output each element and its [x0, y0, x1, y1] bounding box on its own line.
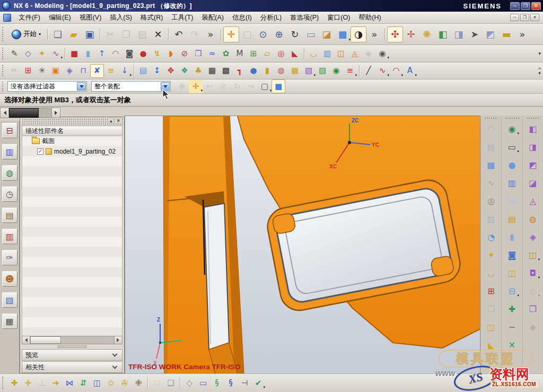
- panel-collapse-button[interactable]: ▴: [109, 119, 113, 123]
- image-tool-button[interactable]: ▧▾: [302, 64, 316, 78]
- report-button[interactable]: ≡▾: [343, 64, 357, 78]
- open-button[interactable]: ▰: [66, 26, 82, 42]
- toolbar-grip[interactable]: [2, 377, 4, 389]
- check-mate-button[interactable]: ✔▾: [251, 376, 265, 390]
- block-pair-button[interactable]: ◫: [505, 266, 519, 280]
- product-outline-button[interactable]: ▭: [196, 376, 210, 390]
- sphere-button[interactable]: ●: [505, 158, 519, 172]
- marquee-select-button[interactable]: ▢▾: [258, 79, 272, 93]
- grid-yellow-button[interactable]: ▦: [288, 64, 302, 78]
- toolbar-grip[interactable]: [2, 27, 4, 41]
- group-face-button[interactable]: ◆: [526, 320, 540, 334]
- steps-button[interactable]: ▤: [505, 212, 519, 226]
- delete-button[interactable]: ✕: [150, 26, 166, 42]
- trimmed-sheet-button[interactable]: ◫: [484, 320, 498, 334]
- view-overflow-button[interactable]: »: [366, 26, 382, 42]
- curve-button[interactable]: ∿▾: [49, 47, 63, 60]
- menu-item-9[interactable]: 首选项(P): [286, 12, 323, 23]
- text-tool-button[interactable]: A▾: [403, 64, 417, 78]
- section-bar-preview[interactable]: 预览: [22, 349, 122, 361]
- chain-components-button[interactable]: ❑: [164, 376, 178, 390]
- shell-face-button[interactable]: ❒: [526, 302, 540, 316]
- scenes-tab[interactable]: ▧: [2, 292, 17, 308]
- profile-button[interactable]: ⊓: [76, 64, 90, 78]
- doc-close-button[interactable]: ✕: [530, 14, 539, 21]
- start-button[interactable]: 开始 ▾: [7, 28, 45, 41]
- row3-more-arrow[interactable]: ▾: [538, 71, 541, 76]
- bounded-plane-button[interactable]: ▱: [260, 47, 274, 60]
- assembly-overflow-button[interactable]: »: [514, 26, 530, 42]
- shape-sketch-button[interactable]: ◉▾: [505, 122, 519, 136]
- toolbar-grip[interactable]: [2, 48, 4, 59]
- close-button[interactable]: ✕: [531, 2, 541, 10]
- model-view[interactable]: ZC YC XC Z X TFR-ISO WORK Camera TFR-ISO: [125, 116, 480, 374]
- chevron-down-icon[interactable]: [112, 352, 118, 357]
- constraint-navigator-tab[interactable]: ▥: [2, 144, 17, 159]
- visualization-tools-tab[interactable]: ✑: [2, 250, 17, 265]
- tree-row[interactable]: ✓model1_9_parting_02: [22, 146, 122, 156]
- wcs-dynamics-button[interactable]: ✣: [387, 26, 403, 42]
- pan-view-button[interactable]: ▭: [303, 26, 319, 42]
- arrangements-button[interactable]: ⇵: [76, 376, 90, 390]
- text-tool-dropdown-arrow[interactable]: ▾: [415, 73, 417, 77]
- mold-tool-button[interactable]: ◍: [274, 64, 288, 78]
- add-component-button[interactable]: ✚: [7, 376, 21, 390]
- studio-surface-button[interactable]: ∿: [484, 176, 498, 190]
- assembly-navigator-tab[interactable]: ⊟: [2, 123, 17, 138]
- resize-blend-button[interactable]: ◍: [526, 212, 540, 226]
- hscroll-track[interactable]: [61, 336, 114, 344]
- panel-splitter[interactable]: [20, 344, 124, 349]
- checker-button[interactable]: ▩: [219, 64, 233, 78]
- angular-dimension-button[interactable]: ◇▾: [526, 284, 540, 298]
- menu-item-11[interactable]: 帮助(H): [354, 12, 385, 23]
- tube-button[interactable]: ◎: [274, 47, 288, 60]
- new-component-button[interactable]: ✛: [21, 376, 35, 390]
- minimize-button[interactable]: ─: [510, 2, 520, 10]
- intersect-button[interactable]: ✕: [505, 338, 519, 352]
- x-tools-button[interactable]: ✘: [90, 64, 104, 78]
- restore-button[interactable]: ❐: [521, 2, 530, 10]
- gear-tool-button[interactable]: ✿: [104, 376, 118, 390]
- cut-button[interactable]: ✂: [102, 26, 118, 42]
- datum-csys-button[interactable]: ✦: [35, 47, 49, 60]
- navigator-hscrollbar[interactable]: [22, 336, 122, 344]
- offset-region-button[interactable]: ◩: [526, 158, 540, 172]
- visual-check-button[interactable]: ◉: [329, 64, 343, 78]
- csys-view-button[interactable]: ✳: [35, 64, 49, 78]
- hscroll-left-button[interactable]: [22, 336, 30, 344]
- extrude-button[interactable]: ↑: [95, 47, 109, 60]
- edit-object-display-button[interactable]: ❋: [419, 26, 435, 42]
- spring-tool-button[interactable]: ≡: [104, 64, 118, 78]
- flange-surface-button[interactable]: ◣: [484, 338, 498, 352]
- scroll-left-button[interactable]: [1, 108, 9, 118]
- parting-slab[interactable]: [163, 116, 244, 374]
- thicken-button[interactable]: ✿: [219, 47, 233, 60]
- roles-tab[interactable]: ☻: [2, 271, 17, 287]
- through-curves-button[interactable]: ▤: [484, 140, 498, 154]
- arc-button[interactable]: ◠▾: [389, 64, 403, 78]
- dropdown-arrow-icon[interactable]: [161, 82, 170, 91]
- spreadsheet-button[interactable]: ▨: [316, 64, 329, 78]
- edit-parameters-button[interactable]: ✏: [7, 64, 21, 78]
- menu-item-1[interactable]: 编辑(E): [45, 12, 75, 23]
- bridge-surface-button[interactable]: ◡: [484, 266, 498, 280]
- delete-body-button[interactable]: ◈: [362, 47, 375, 60]
- styled-sweep-button[interactable]: ▨: [484, 212, 498, 226]
- person-tool-button[interactable]: ●: [247, 64, 260, 78]
- radial-dimension-button[interactable]: ◘▾: [526, 266, 540, 280]
- selection-filter-dropdown[interactable]: 没有选择过滤器: [7, 81, 87, 92]
- trim-sheet-button[interactable]: ⊘: [178, 47, 191, 60]
- menu-item-2[interactable]: 视图(V): [75, 12, 106, 23]
- palette-tab[interactable]: ▥: [2, 229, 17, 244]
- information-notebook-tab[interactable]: ▤: [2, 208, 17, 223]
- split-body-button[interactable]: ◬: [348, 47, 362, 60]
- glove-tool-button[interactable]: ❖: [178, 64, 191, 78]
- window-layout-tab[interactable]: ▦: [2, 314, 17, 329]
- info-down-button[interactable]: ↓▾: [118, 64, 132, 78]
- measure-distance-button[interactable]: ▬: [498, 26, 514, 42]
- scroll-thumb[interactable]: [9, 108, 39, 118]
- emboss-button[interactable]: ↯: [150, 47, 164, 60]
- chevron-down-icon[interactable]: [112, 364, 118, 369]
- subtract-button[interactable]: −: [505, 320, 519, 334]
- move-component-button[interactable]: ◧: [435, 26, 451, 42]
